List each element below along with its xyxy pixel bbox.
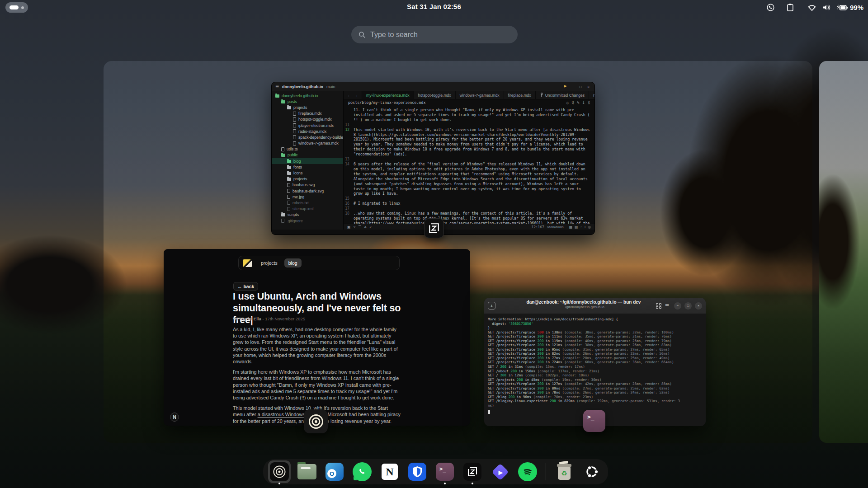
adjacent-workspace-preview[interactable]: [819, 61, 868, 443]
terminal-line: GET / 200 in 31ms (compile: 15ms, render…: [488, 365, 702, 369]
code-line: 12 This model started with Windows 10, w…: [344, 127, 594, 157]
dock-item-outlook[interactable]: O: [324, 461, 345, 482]
minimize-icon: −: [570, 85, 575, 89]
file-tree-item: blog: [272, 158, 343, 164]
editor-tab: windows-7-games.mdx: [456, 91, 504, 99]
terminal-header-bar: + dan@zenbook: ~/git/donnybeelo.github.i…: [484, 298, 706, 314]
article-byline: by Daniel Elia - 17th November 2025: [233, 316, 305, 321]
dock-item-terminal[interactable]: >_: [434, 461, 455, 482]
volume-icon[interactable]: [822, 4, 831, 11]
editor-tab: mdx.tsx: [589, 91, 594, 99]
status-tool-icon: I: [585, 225, 585, 229]
whatsapp-icon[interactable]: [766, 3, 775, 12]
git-branch-label: main: [326, 84, 335, 89]
line-number: [344, 108, 354, 122]
dock-item-ubuntu[interactable]: [581, 461, 602, 482]
file-tree-item: windows-7-games.mdx: [272, 141, 343, 146]
dock-item-media-player[interactable]: ▶: [490, 461, 510, 482]
editor-tab-bar: ← → my-linux-experience.mdx: [344, 91, 594, 99]
gnome-activities-overview: Sat 31 Jan 02:56: [0, 0, 868, 488]
terminal-line: GET /projects/fireplace 200 in 121ms (co…: [488, 343, 702, 347]
terminal-line: GET /projects/fireplace 200 in 119ms (co…: [488, 339, 702, 343]
terminal-line: GET /about 200 in 150ms (compile: 137ms,…: [488, 369, 702, 374]
file-folder-icon: [293, 117, 296, 122]
zed-app-badge[interactable]: [424, 218, 444, 238]
editor-tab: my-linux-experience.mdx: [362, 91, 414, 99]
system-tray[interactable]: 99%: [766, 0, 863, 15]
dock-item-files[interactable]: [297, 461, 317, 482]
dock-item-bitwarden[interactable]: [407, 461, 428, 482]
editor-tab: fireplace.mdx: [504, 91, 536, 99]
zed-icon: [463, 463, 481, 481]
file-folder-icon: [287, 106, 291, 109]
file-folder-icon: [287, 207, 290, 211]
battery-charging-icon[interactable]: [835, 4, 848, 11]
zen-browser-icon: [270, 462, 289, 481]
terminal-app-badge[interactable]: >_: [583, 410, 605, 432]
search-input[interactable]: Type to search: [351, 26, 518, 43]
spotify-icon: [518, 462, 537, 481]
search-placeholder: Type to search: [370, 31, 418, 39]
language-mode: Markdown: [547, 225, 564, 229]
file-tree-item: utils.ts: [272, 146, 343, 152]
editor-window-preview[interactable]: ☰ donnybeelo.github.io main ⚑ − □ × donn…: [271, 82, 595, 235]
search-icon: [359, 31, 366, 38]
browser-window-preview[interactable]: projects blog ← back I use Ubuntu, Arch …: [164, 249, 470, 426]
file-tree-item: hotspot-toggle.mdx: [272, 117, 343, 122]
file-tree-item: sitemap.xml: [272, 206, 343, 212]
file-tree-item: iplayer-electron.mdx: [272, 122, 343, 128]
project-name: donnybeelo.github.io: [282, 84, 323, 89]
browser-app-badge[interactable]: [304, 409, 328, 433]
terminal-line: ms): [488, 404, 702, 408]
editor-code-area: 11. I can't think of a single person who…: [344, 106, 594, 224]
dock-item-trash[interactable]: ♻: [554, 461, 575, 482]
nav-link: projects: [257, 258, 282, 267]
new-tab-icon: +: [488, 302, 495, 310]
file-folder-icon: [293, 135, 296, 139]
dock-item-zed[interactable]: [462, 461, 483, 482]
ubuntu-logo-icon: [582, 462, 601, 481]
breadcrumb-tool-icon: %: [577, 101, 580, 105]
breadcrumb-tool-icon: Q: [572, 101, 574, 105]
dock-item-zen-browser[interactable]: [269, 461, 290, 482]
git-branch-icon: [540, 93, 543, 97]
paragraph: I'm starting here with Windows XP to emp…: [233, 369, 401, 401]
forward-arrow-icon: →: [354, 93, 358, 98]
line-number: 13: [344, 157, 354, 162]
zed-logo-icon: [428, 222, 440, 234]
code-line: 18 ..who saw that coming. Linux has a fe…: [344, 211, 594, 224]
terminal-line: GET /projects/fireplace 200 in 111ms (co…: [488, 334, 702, 339]
file-folder-icon: [281, 147, 284, 151]
terminal-line: GET /projects/fireplace 200 in 724ms (co…: [488, 360, 702, 365]
file-tree-item: fireplace.mdx: [272, 111, 343, 117]
terminal-line: digest: '3980173056': [488, 322, 702, 326]
file-tree-item: fonts: [272, 164, 343, 170]
status-tool-icon: A: [364, 225, 367, 229]
dock-item-whatsapp[interactable]: [352, 461, 373, 482]
editor-titlebar: ☰ donnybeelo.github.io main ⚑ − □ ×: [272, 82, 594, 91]
line-number: 16: [344, 201, 354, 206]
top-bar: Sat 31 Jan 02:56: [0, 0, 868, 15]
code-line: 11: [344, 122, 594, 127]
file-folder-icon: [287, 183, 290, 187]
code-line: 11. I can't think of a single person who…: [344, 108, 594, 122]
editor-tab: Uncommitted Changes: [536, 91, 589, 99]
line-number: 18: [344, 211, 354, 224]
file-folder-icon: [287, 178, 291, 181]
terminal-window-preview[interactable]: + dan@zenbook: ~/git/donnybeelo.github.i…: [484, 298, 706, 426]
file-tree-item: icons: [272, 170, 343, 176]
file-tree-item: donnybeelo.github.io: [272, 93, 343, 99]
file-tree-item: radio-stage.mdx: [272, 128, 343, 134]
clipboard-icon[interactable]: [787, 3, 794, 12]
minimize-icon: −: [674, 302, 681, 310]
running-indicator: [472, 483, 473, 484]
dock-item-spotify[interactable]: [517, 461, 538, 482]
corner-n-badge: N: [170, 413, 179, 422]
wifi-icon[interactable]: [807, 4, 816, 11]
file-tree-item: .gitignore: [272, 218, 343, 224]
clock[interactable]: Sat 31 Jan 02:56: [0, 3, 868, 10]
dock-item-notion[interactable]: N: [379, 461, 400, 482]
file-tree-item: me.jpg: [272, 194, 343, 200]
titlebar-alert-icon: ⚑: [563, 84, 567, 89]
terminal-line: GET /projects/fireplace 200 in 82ms (com…: [488, 352, 702, 356]
